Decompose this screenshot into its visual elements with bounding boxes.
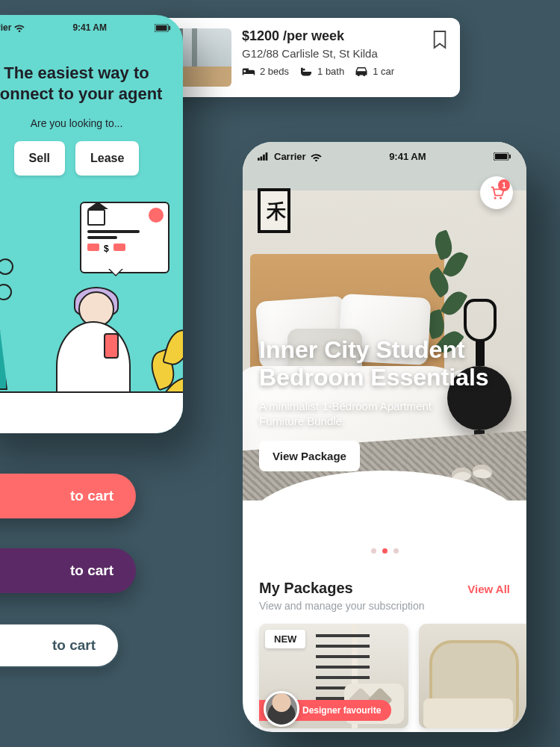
wall-art: 禾 — [258, 188, 290, 233]
baths-stat: 1 bath — [299, 66, 344, 77]
cart-button[interactable]: 1 — [480, 176, 513, 209]
bed-icon — [242, 66, 255, 77]
carrier-label: Carrier — [0, 22, 11, 33]
svg-rect-3 — [258, 158, 260, 161]
carrier-label: Carrier — [274, 151, 306, 162]
pill-label: to cart — [70, 562, 113, 579]
cushion-detail — [423, 698, 513, 728]
svg-rect-8 — [495, 154, 508, 159]
svg-rect-2 — [169, 25, 170, 30]
view-package-button[interactable]: View Package — [259, 441, 360, 471]
beds-stat: 2 beds — [242, 66, 289, 77]
bath-icon — [299, 66, 313, 77]
hero-content: Inner City Student Bedroom Essentials A … — [259, 336, 510, 471]
listing-info: $1200 /per week G12/88 Carlisle St, St K… — [242, 28, 421, 77]
designer-avatar — [264, 691, 299, 727]
package-cards: NEW Designer favourite — [259, 624, 510, 728]
vase-illustration — [0, 330, 7, 390]
baths-value: 1 bath — [317, 66, 344, 77]
illustration-ground — [0, 393, 183, 433]
headline-line2: connect to your agent — [0, 84, 162, 103]
lease-button[interactable]: Lease — [75, 141, 139, 176]
dot[interactable] — [393, 548, 399, 554]
status-right — [494, 152, 511, 161]
hero-subtitle: A minimalist 1-Bedroom Apartment Furnitu… — [259, 399, 453, 430]
beds-value: 2 beds — [260, 66, 289, 77]
new-badge: NEW — [265, 630, 305, 648]
wifi-icon — [14, 23, 25, 32]
cars-stat: 1 car — [355, 66, 394, 77]
speech-bubble: $ — [80, 202, 169, 273]
sell-button[interactable]: Sell — [14, 141, 65, 176]
package-card[interactable]: NEW Designer favourite — [259, 624, 408, 728]
bubble-icons: $ — [87, 244, 162, 254]
dot-active[interactable] — [382, 548, 388, 554]
cart-badge: 1 — [498, 179, 510, 191]
signal-icon — [258, 152, 270, 161]
house-icon — [87, 209, 105, 226]
wifi-icon — [311, 152, 322, 161]
choice-buttons: Sell Lease — [0, 141, 183, 176]
hero-title-line2: Bedroom Essentials — [259, 364, 489, 391]
status-right — [155, 24, 171, 32]
packages-title: My Packages — [259, 580, 353, 597]
carousel-dots[interactable] — [243, 548, 526, 554]
add-to-cart-button-coral[interactable]: to cart — [0, 474, 136, 518]
mini-icon — [113, 244, 125, 251]
add-to-cart-button-purple[interactable]: to cart — [0, 548, 136, 593]
pill-label: to cart — [70, 488, 113, 504]
svg-rect-6 — [266, 152, 268, 161]
subheading: Are you looking to... — [0, 117, 183, 129]
status-left: Carrier — [258, 151, 322, 162]
listing-card[interactable]: $1200 /per week G12/88 Carlisle St, St K… — [154, 18, 460, 97]
battery-icon — [494, 152, 511, 161]
status-left: Carrier — [0, 22, 25, 33]
listing-stats: 2 beds 1 bath 1 car — [242, 66, 421, 77]
status-time: 9:41 AM — [389, 151, 426, 162]
status-time: 9:41 AM — [72, 22, 107, 33]
view-all-link[interactable]: View All — [467, 583, 510, 595]
status-bar: Carrier 9:41 AM — [0, 15, 183, 36]
packages-subtitle: View and manage your subscription — [259, 600, 510, 612]
headline-line1: The easiest way to — [4, 63, 149, 82]
dot[interactable] — [371, 548, 376, 554]
illustration: $ — [0, 202, 183, 433]
hero-title-line1: Inner City Student — [259, 336, 465, 363]
svg-rect-4 — [261, 157, 263, 161]
text-line — [87, 236, 117, 239]
listing-address: G12/88 Carlisle St, St Kilda — [242, 47, 421, 60]
status-bar: Carrier 9:41 AM — [243, 142, 526, 167]
my-packages-section: My Packages View All View and manage you… — [243, 580, 526, 728]
car-icon — [355, 66, 368, 77]
svg-rect-1 — [156, 25, 167, 30]
svg-point-11 — [500, 197, 502, 199]
svg-rect-9 — [509, 155, 511, 159]
headline: The easiest way to connect to your agent — [0, 63, 168, 104]
svg-rect-5 — [263, 155, 265, 161]
battery-icon — [155, 24, 171, 32]
cars-value: 1 car — [373, 66, 394, 77]
mini-icon — [87, 244, 99, 251]
pill-label: to cart — [52, 637, 96, 654]
hero-title: Inner City Student Bedroom Essentials — [259, 336, 510, 391]
agent-app-phone: Carrier 9:41 AM The easiest way to conne… — [0, 15, 183, 433]
bubble-logo-icon — [149, 208, 164, 223]
package-card[interactable] — [419, 624, 526, 728]
add-to-cart-button-outline[interactable]: to cart — [0, 623, 119, 668]
furniture-app-phone: Carrier 9:41 AM 1 禾 Inner City Student B… — [243, 142, 526, 732]
text-line — [87, 230, 140, 233]
flowers-illustration — [0, 261, 22, 336]
bookmark-icon[interactable] — [432, 30, 448, 49]
listing-price: $1200 /per week — [242, 28, 421, 44]
svg-point-10 — [494, 197, 497, 199]
